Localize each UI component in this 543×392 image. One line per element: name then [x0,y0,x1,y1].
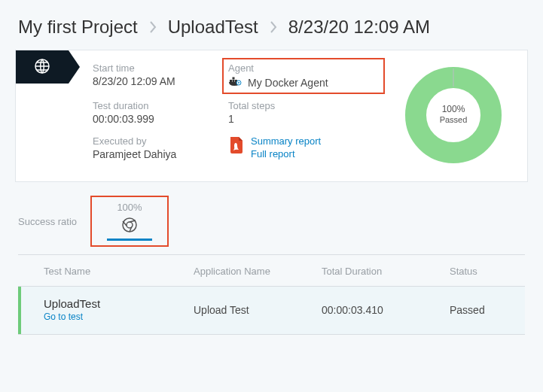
duration-label: Test duration [93,100,221,111]
agent-label: Agent [228,62,379,74]
donut-label: Passed [440,115,468,124]
donut-pct: 100% [442,104,465,114]
row-status: Passed [450,304,525,316]
breadcrumb-project[interactable]: My first Project [18,17,138,38]
summary-report-link[interactable]: Summary report [251,135,321,147]
pdf-icon [228,135,245,157]
ratio-pct: 100% [107,202,152,213]
start-time-value: 8/23/20 12:09 AM [93,75,221,87]
tab-underline [107,239,152,241]
total-steps-cell: Total steps 1 [228,100,379,125]
table-row[interactable]: UploadTest Go to test Upload Test 00:00:… [18,286,525,335]
results-table: Test Name Application Name Total Duratio… [0,254,543,335]
start-time-label: Start time [93,62,221,74]
docker-icon [228,75,243,90]
go-to-test-link[interactable]: Go to test [44,311,83,322]
total-steps-value: 1 [228,113,379,125]
duration-value: 00:00:03.999 [93,113,221,125]
row-duration: 00:00:03.410 [322,304,450,316]
success-ratio-label: Success ratio [18,216,90,227]
success-ratio-row: Success ratio 100% [0,196,543,247]
run-summary-card: Start time 8/23/20 12:09 AM Agent [15,50,528,182]
start-time-cell: Start time 8/23/20 12:09 AM [93,62,221,90]
col-app-name: Application Name [194,266,322,277]
info-grid: Start time 8/23/20 12:09 AM Agent [69,62,393,160]
col-duration: Total Duration [322,266,450,277]
col-status: Status [450,266,525,277]
breadcrumb: My first Project UploadTest 8/23/20 12:0… [0,0,543,50]
executed-by-cell: Executed by Paramjeet Dahiya [93,135,221,160]
agent-cell: Agent My Docker Agent [222,58,385,94]
svg-rect-3 [233,77,235,80]
browser-ratio-tab[interactable]: 100% [90,196,169,247]
breadcrumb-timestamp: 8/23/20 12:09 AM [288,17,430,38]
chevron-right-icon [269,20,278,34]
svg-rect-2 [233,80,235,82]
full-report-link[interactable]: Full report [251,148,321,160]
platform-badge [16,50,69,84]
col-test-name: Test Name [44,266,194,277]
table-header: Test Name Application Name Total Duratio… [18,255,525,286]
breadcrumb-test[interactable]: UploadTest [168,17,258,38]
chevron-right-icon [148,20,157,34]
executed-by-label: Executed by [93,135,221,147]
row-test-name: UploadTest [44,297,194,310]
globe-icon [33,57,51,77]
svg-point-6 [238,82,239,84]
reports-cell: Summary report Full report [228,135,379,160]
duration-cell: Test duration 00:00:03.999 [93,100,221,125]
pass-donut-chart: 100% Passed [393,62,514,168]
executed-by-value: Paramjeet Dahiya [93,148,221,160]
chrome-icon [107,216,152,234]
total-steps-label: Total steps [228,100,379,111]
agent-value: My Docker Agent [228,75,379,90]
row-app-name: Upload Test [194,304,322,316]
agent-name: My Docker Agent [248,77,328,89]
svg-rect-1 [230,80,232,82]
